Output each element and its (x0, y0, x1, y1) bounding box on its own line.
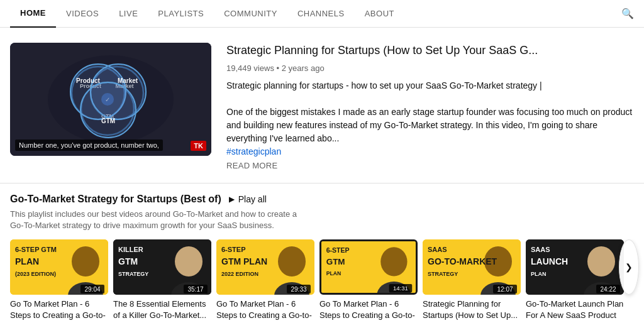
svg-text:6-STEP: 6-STEP (326, 246, 350, 253)
nav-item-videos[interactable]: VIDEOS (56, 0, 109, 28)
video-thumbnail-2: KILLERGTMSTRATEGY35:17 (113, 239, 211, 295)
svg-point-42 (380, 247, 407, 276)
svg-text:SAAS: SAAS (428, 246, 447, 253)
svg-text:24:22: 24:22 (600, 286, 616, 293)
svg-text:Market: Market (118, 77, 138, 84)
svg-text:GTM: GTM (101, 118, 115, 124)
svg-text:PLAN: PLAN (326, 270, 341, 276)
navigation: HOMEVIDEOSLIVEPLAYLISTSCOMMUNITYCHANNELS… (0, 0, 644, 28)
video-card-2[interactable]: KILLERGTMSTRATEGY35:17The 8 Essential El… (113, 239, 211, 323)
svg-text:GTM: GTM (118, 256, 138, 266)
next-button[interactable]: ❯ (619, 239, 639, 295)
thumb-avatar-badge: TK (191, 141, 206, 151)
video-thumbnail-4: 6-STEPGTMPLAN14:31 (319, 239, 418, 295)
svg-text:14:31: 14:31 (393, 285, 408, 292)
video-card-5[interactable]: SAASGO-TO-MARKETSTRATEGY12:07Strategic P… (423, 239, 521, 323)
nav-item-community[interactable]: COMMUNITY (214, 0, 287, 28)
view-count: 19,449 views (226, 63, 274, 73)
video-card-1[interactable]: 6-STEP GTMPLAN(2023 EDITION)29:04Go To M… (10, 239, 108, 323)
svg-point-58 (587, 246, 615, 276)
svg-text:12:07: 12:07 (497, 286, 513, 293)
video-title-3: Go To Market Plan - 6 Steps to Creating … (216, 298, 314, 322)
desc-line1: Strategic planning for startups - how to… (226, 79, 634, 92)
video-title-6: Go-To-Market Launch Plan For A New SaaS … (526, 298, 624, 321)
nav-item-home[interactable]: HOME (10, 0, 56, 28)
nav-item-channels[interactable]: CHANNELS (287, 0, 355, 28)
svg-text:STRATEGY: STRATEGY (118, 271, 148, 277)
svg-text:GTM PLAN: GTM PLAN (221, 256, 267, 266)
svg-text:2022 EDITION: 2022 EDITION (221, 271, 258, 277)
video-title-4: Go To Market Plan - 6 Steps to Creating … (319, 298, 418, 322)
playlist-description: This playlist includes our best videos a… (0, 209, 314, 239)
play-all-label: Play all (238, 194, 267, 204)
svg-text:35:17: 35:17 (187, 286, 203, 293)
svg-text:STRATEGY: STRATEGY (428, 271, 458, 277)
nav-item-playlists[interactable]: PLAYLISTS (148, 0, 214, 28)
play-all-button[interactable]: ▶ Play all (229, 194, 267, 204)
featured-info: Strategic Planning for Startups (How to … (226, 43, 634, 170)
video-title-2: The 8 Essential Elements of a Killer Go-… (113, 298, 211, 321)
featured-meta: 19,449 views • 2 years ago (226, 63, 634, 73)
video-card-6[interactable]: SAASLAUNCHPLAN24:22Go-To-Market Launch P… (526, 239, 624, 323)
video-thumbnail-6: SAASLAUNCHPLAN24:22 (526, 239, 624, 295)
video-thumbnail-5: SAASGO-TO-MARKETSTRATEGY12:07 (423, 239, 521, 295)
video-title-1: Go To Market Plan - 6 Steps to Creating … (10, 298, 108, 322)
svg-text:SAAS: SAAS (531, 246, 550, 253)
video-thumbnail-3: 6-STEPGTM PLAN2022 EDITION29:33 (216, 239, 314, 295)
svg-text:PLAN: PLAN (15, 256, 39, 266)
video-card-3[interactable]: 6-STEPGTM PLAN2022 EDITION29:33Go To Mar… (216, 239, 314, 323)
playlist-header: Go-To-Market Strategy for Startups (Best… (0, 183, 644, 209)
featured-description: Strategic planning for startups - how to… (226, 79, 634, 158)
svg-text:29:04: 29:04 (84, 286, 100, 293)
svg-text:6-STEP GTM: 6-STEP GTM (15, 246, 57, 253)
thumb-caption: Number one, you've got product, number t… (15, 140, 163, 151)
svg-point-13 (80, 82, 136, 138)
nav-item-about[interactable]: ABOUT (355, 0, 404, 28)
svg-text:GO-TO-MARKET: GO-TO-MARKET (428, 256, 497, 266)
video-grid: 6-STEP GTMPLAN(2023 EDITION)29:04Go To M… (10, 239, 634, 323)
search-icon[interactable]: 🔍 (621, 8, 634, 19)
svg-text:6-STEP: 6-STEP (221, 246, 246, 253)
featured-section: Product Market GTM ✓ Product Market GTM … (0, 28, 644, 183)
desc-line2: One of the biggest mistakes I made as an… (226, 106, 634, 145)
svg-text:KILLER: KILLER (118, 246, 143, 253)
svg-point-18 (72, 246, 99, 276)
svg-text:29:33: 29:33 (291, 286, 306, 293)
read-more-button[interactable]: READ MORE (226, 161, 634, 170)
playlist-title[interactable]: Go-To-Market Strategy for Startups (Best… (10, 194, 221, 205)
svg-text:PLAN: PLAN (531, 271, 547, 277)
video-card-4[interactable]: 6-STEPGTMPLAN14:31Go To Market Plan - 6 … (319, 239, 418, 323)
hashtag-link[interactable]: #strategicplan (226, 146, 281, 156)
svg-text:LAUNCH: LAUNCH (531, 256, 568, 266)
svg-text:(2023 EDITION): (2023 EDITION) (15, 271, 56, 277)
featured-thumbnail[interactable]: Product Market GTM ✓ Product Market GTM … (10, 43, 211, 156)
video-grid-wrapper: 6-STEP GTMPLAN(2023 EDITION)29:04Go To M… (0, 239, 644, 323)
svg-point-34 (278, 246, 306, 276)
nav-item-live[interactable]: LIVE (109, 0, 148, 28)
featured-title[interactable]: Strategic Planning for Startups (How to … (226, 43, 634, 58)
svg-text:Product: Product (76, 77, 100, 84)
play-icon: ▶ (229, 195, 235, 204)
meta-separator: • (277, 63, 282, 73)
video-title-5: Strategic Planning for Startups (How to … (423, 298, 521, 321)
svg-point-26 (175, 246, 203, 276)
upload-time: 2 years ago (282, 63, 325, 73)
video-thumbnail-1: 6-STEP GTMPLAN(2023 EDITION)29:04 (10, 239, 108, 295)
thumbnail-image: Product Market GTM ✓ Product Market GTM (10, 43, 211, 156)
svg-text:GTM: GTM (326, 257, 345, 266)
